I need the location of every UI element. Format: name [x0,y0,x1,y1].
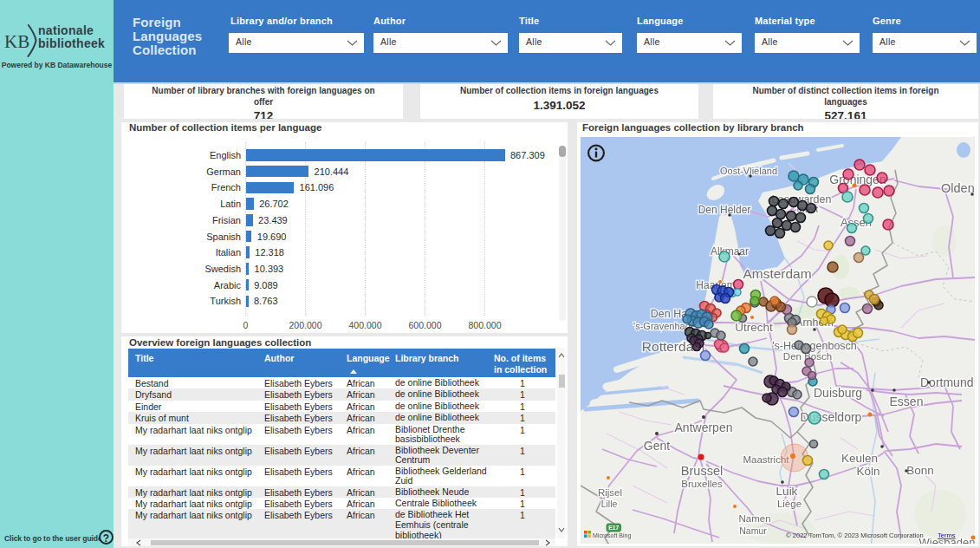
svg-text:Bruxelles: Bruxelles [681,479,723,489]
svg-text:Lille: Lille [601,499,618,509]
svg-text:Utrecht: Utrecht [735,321,773,334]
svg-text:Essen: Essen [890,395,924,408]
svg-text:Microsoft Bing: Microsoft Bing [593,532,631,539]
svg-text:Luik: Luik [776,485,798,498]
svg-text:Rijsel: Rijsel [598,487,622,498]
svg-text:Liège: Liège [777,499,802,509]
svg-text:Duisburg: Duisburg [814,386,862,400]
svg-text:'s-Hertogenbosch: 's-Hertogenbosch [772,340,857,352]
svg-text:E17: E17 [608,525,619,531]
svg-text:Amsterdam: Amsterdam [743,266,811,281]
svg-text:Keulen: Keulen [841,452,878,465]
svg-text:© 2022 TomTom, © 2023 Microsof: © 2022 TomTom, © 2023 Microsoft Corporat… [786,532,924,539]
svg-text:Gent: Gent [644,439,670,453]
svg-text:Namur: Namur [739,525,767,536]
svg-text:Oldenburg: Oldenburg [941,181,975,195]
svg-text:Bonn: Bonn [906,464,934,477]
svg-text:Oost-Vlieland: Oost-Vlieland [720,166,777,176]
svg-text:Brussel: Brussel [681,464,723,478]
svg-text:Köln: Köln [856,465,879,478]
svg-text:Namen: Namen [738,513,770,524]
svg-text:Antwerpen: Antwerpen [675,421,733,434]
svg-text:Terms: Terms [938,532,956,539]
svg-text:Den Helder: Den Helder [698,204,751,216]
